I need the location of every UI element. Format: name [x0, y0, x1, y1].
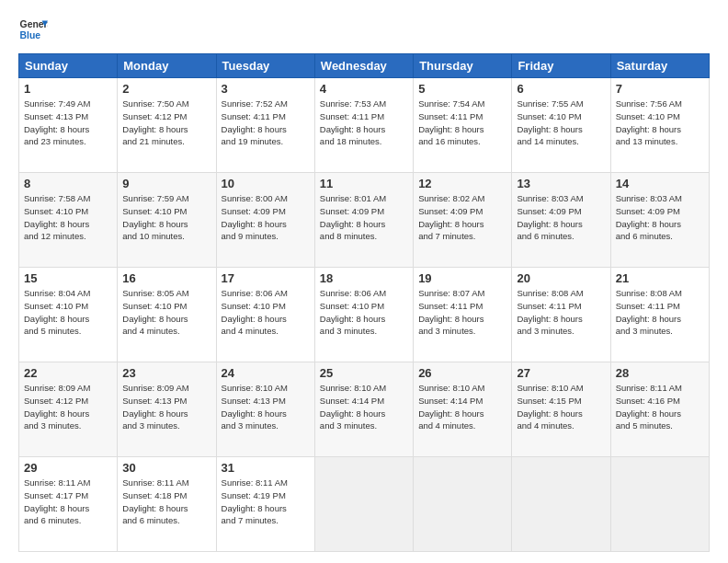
day-number: 21 — [616, 271, 704, 285]
calendar-cell: 20Sunrise: 8:08 AMSunset: 4:11 PMDayligh… — [512, 268, 610, 362]
day-info: Sunrise: 7:56 AMSunset: 4:10 PMDaylight:… — [616, 98, 704, 148]
calendar-day-header: Saturday — [610, 54, 709, 78]
day-number: 3 — [222, 82, 310, 96]
calendar-cell: 31Sunrise: 8:11 AMSunset: 4:19 PMDayligh… — [216, 457, 314, 552]
calendar-cell: 24Sunrise: 8:10 AMSunset: 4:13 PMDayligh… — [216, 362, 314, 457]
day-info: Sunrise: 8:06 AMSunset: 4:10 PMDaylight:… — [320, 287, 408, 338]
day-info: Sunrise: 8:01 AMSunset: 4:09 PMDaylight:… — [320, 192, 408, 243]
day-info: Sunrise: 8:11 AMSunset: 4:16 PMDaylight:… — [616, 382, 704, 432]
day-number: 19 — [418, 271, 506, 285]
calendar-week-row: 29Sunrise: 8:11 AMSunset: 4:17 PMDayligh… — [19, 457, 710, 552]
day-info: Sunrise: 8:10 AMSunset: 4:13 PMDaylight:… — [222, 382, 310, 432]
day-info: Sunrise: 7:58 AMSunset: 4:10 PMDaylight:… — [24, 192, 112, 243]
day-info: Sunrise: 8:11 AMSunset: 4:19 PMDaylight:… — [222, 477, 310, 527]
calendar-day-header: Tuesday — [216, 54, 314, 78]
day-number: 29 — [24, 461, 112, 475]
day-info: Sunrise: 7:53 AMSunset: 4:11 PMDaylight:… — [320, 98, 408, 148]
day-info: Sunrise: 7:49 AMSunset: 4:13 PMDaylight:… — [24, 98, 112, 148]
calendar-cell — [314, 457, 413, 552]
calendar-body: 1Sunrise: 7:49 AMSunset: 4:13 PMDaylight… — [19, 78, 710, 552]
day-number: 4 — [320, 82, 408, 96]
day-info: Sunrise: 7:52 AMSunset: 4:11 PMDaylight:… — [222, 98, 310, 148]
calendar-cell: 9Sunrise: 7:59 AMSunset: 4:10 PMDaylight… — [118, 173, 216, 268]
day-number: 27 — [517, 366, 605, 380]
calendar-cell: 25Sunrise: 8:10 AMSunset: 4:14 PMDayligh… — [314, 362, 413, 457]
day-info: Sunrise: 8:10 AMSunset: 4:15 PMDaylight:… — [517, 382, 605, 432]
day-number: 22 — [24, 366, 112, 380]
calendar-cell — [610, 457, 709, 552]
calendar-day-header: Thursday — [414, 54, 512, 78]
calendar-day-header: Monday — [118, 54, 216, 78]
calendar-cell: 1Sunrise: 7:49 AMSunset: 4:13 PMDaylight… — [19, 78, 118, 173]
day-info: Sunrise: 8:07 AMSunset: 4:11 PMDaylight:… — [418, 287, 506, 338]
calendar-day-header: Friday — [512, 54, 610, 78]
calendar-week-row: 8Sunrise: 7:58 AMSunset: 4:10 PMDaylight… — [19, 173, 710, 268]
day-number: 9 — [122, 177, 210, 190]
calendar-cell: 27Sunrise: 8:10 AMSunset: 4:15 PMDayligh… — [512, 362, 610, 457]
day-info: Sunrise: 8:00 AMSunset: 4:09 PMDaylight:… — [222, 192, 310, 243]
calendar-cell: 6Sunrise: 7:55 AMSunset: 4:10 PMDaylight… — [512, 78, 610, 173]
day-number: 6 — [517, 82, 605, 96]
calendar-cell: 22Sunrise: 8:09 AMSunset: 4:12 PMDayligh… — [19, 362, 118, 457]
calendar-cell: 16Sunrise: 8:05 AMSunset: 4:10 PMDayligh… — [118, 268, 216, 362]
day-info: Sunrise: 8:09 AMSunset: 4:13 PMDaylight:… — [122, 382, 210, 432]
day-info: Sunrise: 8:06 AMSunset: 4:10 PMDaylight:… — [222, 287, 310, 338]
calendar-week-row: 1Sunrise: 7:49 AMSunset: 4:13 PMDaylight… — [19, 78, 710, 173]
day-number: 17 — [222, 271, 310, 285]
day-number: 2 — [122, 82, 210, 96]
calendar-cell: 14Sunrise: 8:03 AMSunset: 4:09 PMDayligh… — [610, 173, 709, 268]
day-number: 15 — [24, 271, 112, 285]
calendar-cell: 10Sunrise: 8:00 AMSunset: 4:09 PMDayligh… — [216, 173, 314, 268]
day-number: 1 — [24, 82, 112, 96]
calendar-cell: 11Sunrise: 8:01 AMSunset: 4:09 PMDayligh… — [314, 173, 413, 268]
day-number: 28 — [616, 366, 704, 380]
header: General Blue — [18, 15, 710, 44]
day-info: Sunrise: 8:08 AMSunset: 4:11 PMDaylight:… — [616, 287, 704, 338]
day-number: 24 — [222, 366, 310, 380]
calendar-day-header: Wednesday — [314, 54, 413, 78]
day-number: 14 — [616, 177, 704, 190]
day-info: Sunrise: 8:03 AMSunset: 4:09 PMDaylight:… — [616, 192, 704, 243]
calendar-cell — [414, 457, 512, 552]
page: General Blue SundayMondayTuesdayWednesda… — [0, 0, 728, 563]
day-info: Sunrise: 8:05 AMSunset: 4:10 PMDaylight:… — [122, 287, 210, 338]
calendar-day-header: Sunday — [19, 54, 118, 78]
day-info: Sunrise: 8:02 AMSunset: 4:09 PMDaylight:… — [418, 192, 506, 243]
calendar-cell: 28Sunrise: 8:11 AMSunset: 4:16 PMDayligh… — [610, 362, 709, 457]
calendar-cell: 15Sunrise: 8:04 AMSunset: 4:10 PMDayligh… — [19, 268, 118, 362]
calendar-cell: 12Sunrise: 8:02 AMSunset: 4:09 PMDayligh… — [414, 173, 512, 268]
day-info: Sunrise: 8:09 AMSunset: 4:12 PMDaylight:… — [24, 382, 112, 432]
day-number: 11 — [320, 177, 408, 190]
calendar-cell: 29Sunrise: 8:11 AMSunset: 4:17 PMDayligh… — [19, 457, 118, 552]
calendar-cell: 17Sunrise: 8:06 AMSunset: 4:10 PMDayligh… — [216, 268, 314, 362]
day-info: Sunrise: 8:11 AMSunset: 4:17 PMDaylight:… — [24, 477, 112, 527]
calendar-cell: 5Sunrise: 7:54 AMSunset: 4:11 PMDaylight… — [414, 78, 512, 173]
calendar-cell: 2Sunrise: 7:50 AMSunset: 4:12 PMDaylight… — [118, 78, 216, 173]
calendar-cell: 13Sunrise: 8:03 AMSunset: 4:09 PMDayligh… — [512, 173, 610, 268]
day-number: 10 — [222, 177, 310, 190]
calendar-cell: 18Sunrise: 8:06 AMSunset: 4:10 PMDayligh… — [314, 268, 413, 362]
logo: General Blue — [18, 15, 48, 44]
day-number: 26 — [418, 366, 506, 380]
day-info: Sunrise: 7:59 AMSunset: 4:10 PMDaylight:… — [122, 192, 210, 243]
calendar-week-row: 15Sunrise: 8:04 AMSunset: 4:10 PMDayligh… — [19, 268, 710, 362]
day-number: 31 — [222, 461, 310, 475]
day-info: Sunrise: 8:08 AMSunset: 4:11 PMDaylight:… — [517, 287, 605, 338]
day-number: 16 — [122, 271, 210, 285]
day-number: 12 — [418, 177, 506, 190]
calendar-cell: 26Sunrise: 8:10 AMSunset: 4:14 PMDayligh… — [414, 362, 512, 457]
calendar-header-row: SundayMondayTuesdayWednesdayThursdayFrid… — [19, 54, 710, 78]
calendar-cell: 19Sunrise: 8:07 AMSunset: 4:11 PMDayligh… — [414, 268, 512, 362]
day-info: Sunrise: 7:50 AMSunset: 4:12 PMDaylight:… — [122, 98, 210, 148]
day-number: 20 — [517, 271, 605, 285]
calendar-cell: 21Sunrise: 8:08 AMSunset: 4:11 PMDayligh… — [610, 268, 709, 362]
day-info: Sunrise: 8:11 AMSunset: 4:18 PMDaylight:… — [122, 477, 210, 527]
calendar-week-row: 22Sunrise: 8:09 AMSunset: 4:12 PMDayligh… — [19, 362, 710, 457]
day-info: Sunrise: 7:54 AMSunset: 4:11 PMDaylight:… — [418, 98, 506, 148]
day-info: Sunrise: 8:10 AMSunset: 4:14 PMDaylight:… — [418, 382, 506, 432]
day-number: 7 — [616, 82, 704, 96]
svg-text:Blue: Blue — [20, 30, 41, 40]
calendar-table: SundayMondayTuesdayWednesdayThursdayFrid… — [18, 53, 710, 552]
day-info: Sunrise: 8:10 AMSunset: 4:14 PMDaylight:… — [320, 382, 408, 432]
day-info: Sunrise: 8:04 AMSunset: 4:10 PMDaylight:… — [24, 287, 112, 338]
